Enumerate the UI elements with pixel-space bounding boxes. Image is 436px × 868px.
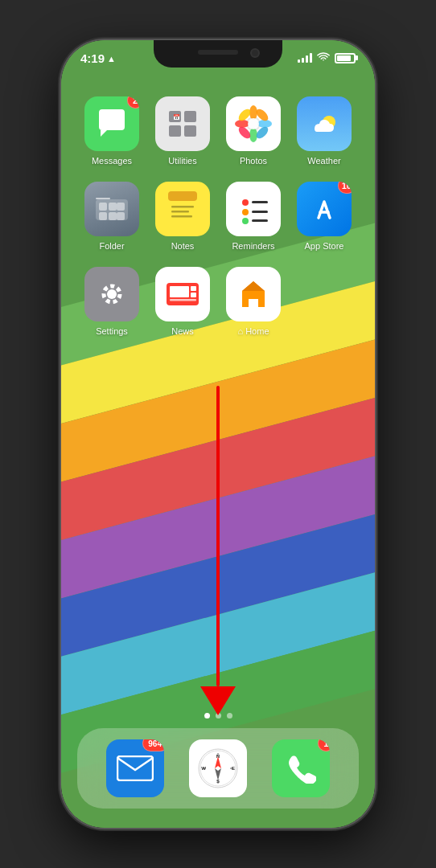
svg-rect-33 [252,211,268,213]
svg-point-8 [249,128,257,142]
notch-speaker [198,50,238,55]
svg-point-37 [107,289,117,299]
signal-bar-2 [302,58,304,63]
page-dots [61,713,375,719]
folder-icon [84,182,139,236]
appstore-icon: 10 [297,182,352,236]
appstore-label: App Store [305,241,344,251]
status-time: 4:19 ▲ [80,51,116,65]
svg-point-30 [242,199,249,206]
news-label: News [171,326,194,336]
app-settings[interactable]: Settings [80,267,143,336]
screen: 4:19 ▲ [61,40,375,828]
svg-rect-35 [252,219,268,222]
reminders-icon [226,182,281,236]
svg-rect-45 [117,756,153,780]
svg-rect-23 [109,212,117,220]
app-notes[interactable]: Notes [151,182,214,251]
svg-rect-20 [109,203,117,211]
svg-rect-28 [171,211,189,213]
status-icons [298,51,356,64]
svg-rect-42 [191,293,196,297]
notes-icon [155,182,210,236]
reminders-label: Reminders [232,241,274,251]
weather-label: Weather [307,156,340,166]
photos-label: Photos [240,156,267,166]
app-news[interactable]: News [151,267,214,336]
wifi-icon [317,51,330,64]
dock-safari[interactable]: N S W E [189,739,247,797]
page-dot-1 [204,713,210,719]
app-photos[interactable]: Photos [222,96,285,166]
notes-label: Notes [171,241,195,251]
svg-rect-24 [117,212,125,220]
svg-rect-27 [171,206,194,208]
app-appstore[interactable]: 10 App Store [293,182,356,251]
battery-fill [337,55,351,61]
svg-point-15 [248,118,259,129]
utilities-label: Utilities [168,156,196,166]
badge-mail: 964 [142,739,164,751]
svg-text:W: W [201,766,206,771]
app-messages[interactable]: 2 Messages [80,96,143,166]
svg-point-10 [257,120,272,128]
badge-appstore: 10 [338,182,352,194]
messages-icon: 2 [84,96,139,151]
safari-icon: N S W E [189,739,247,797]
home-icon [226,267,281,321]
notch-camera [250,48,260,58]
app-utilities[interactable]: 8 📅 Utilities [151,96,214,166]
svg-text:E: E [232,766,235,771]
signal-bar-3 [306,55,308,63]
svg-text:📅: 📅 [173,113,180,121]
page-dot-2 [216,713,221,719]
dock: 964 [77,728,359,809]
svg-point-34 [242,218,249,224]
svg-rect-29 [171,215,192,218]
svg-rect-2 [169,125,181,137]
news-icon [155,267,210,321]
svg-point-7 [249,105,257,120]
folder-label: Folder [99,241,124,251]
app-home[interactable]: ⌂ Home [222,267,285,336]
settings-icon [84,267,139,321]
signal-bar-4 [310,53,312,63]
svg-rect-43 [170,299,196,301]
app-folder[interactable]: Folder [80,182,143,251]
phone-icon: 1 [272,739,330,797]
svg-rect-1 [184,111,196,122]
svg-point-32 [242,209,249,215]
battery-icon [335,53,356,63]
svg-rect-44 [249,299,257,307]
svg-rect-19 [99,203,107,211]
utilities-icon: 8 📅 [155,96,210,151]
svg-point-9 [235,120,249,128]
home-label: ⌂ Home [237,326,269,336]
svg-rect-22 [99,212,107,220]
signal-bar-1 [298,59,300,63]
svg-rect-41 [191,286,196,291]
weather-icon [297,96,352,151]
time-display: 4:19 [80,51,105,65]
badge-phone: 1 [318,739,330,751]
page-dot-3 [227,713,232,719]
location-icon: ▲ [107,54,116,63]
app-weather[interactable]: Weather [293,96,356,166]
svg-rect-40 [170,286,189,297]
svg-rect-31 [252,201,268,203]
messages-label: Messages [92,156,132,166]
svg-rect-26 [168,191,197,201]
photos-icon [226,96,281,151]
signal-bars [298,53,312,63]
notch [154,40,282,68]
svg-rect-21 [117,203,125,211]
dock-phone[interactable]: 1 [272,739,330,797]
app-grid: 2 Messages 8 📅 [61,88,375,344]
svg-rect-3 [184,125,196,137]
badge-messages: 2 [127,96,139,108]
settings-label: Settings [96,326,128,336]
dock-mail[interactable]: 964 [106,739,164,797]
app-reminders[interactable]: Reminders [222,182,285,251]
mail-icon: 964 [106,739,164,797]
phone-frame: 4:19 ▲ [61,40,375,828]
